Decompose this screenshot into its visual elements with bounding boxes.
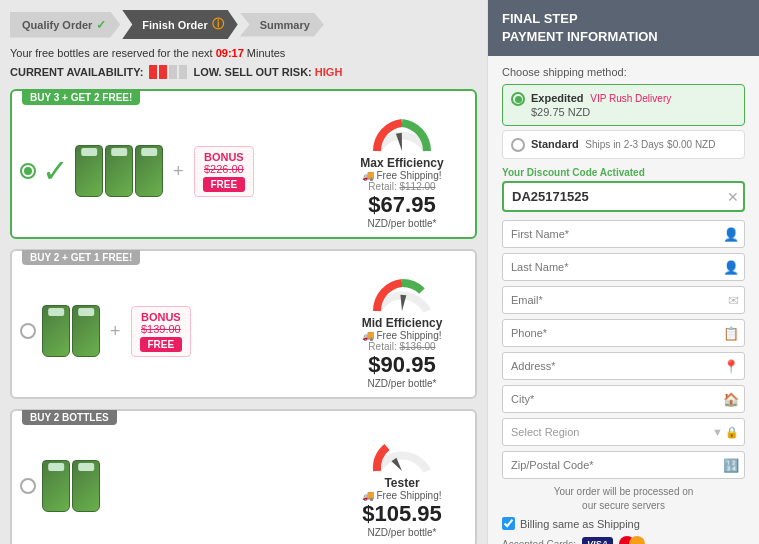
shipping-option-expedited[interactable]: Expedited VIP Rush Delivery $29.75 NZD bbox=[502, 84, 745, 126]
step-finish[interactable]: Finish Order ⓘ bbox=[122, 10, 237, 39]
visa-card: VISA bbox=[582, 537, 613, 544]
discount-input[interactable] bbox=[502, 181, 745, 212]
truck-icon-3: 🚚 bbox=[362, 490, 374, 501]
package-card-1[interactable]: BUY 3 + GET 2 FREE! ✓ + BONUS $226.00 FR… bbox=[10, 89, 477, 239]
step-qualify-label: Qualify Order bbox=[22, 19, 92, 31]
address-icon: 📍 bbox=[723, 359, 739, 374]
shipping-1: 🚚 Free Shipping! bbox=[337, 170, 467, 181]
last-name-input[interactable] bbox=[502, 253, 745, 281]
package-2-radio[interactable] bbox=[20, 323, 36, 339]
expedited-radio[interactable] bbox=[511, 92, 525, 106]
avail-block-3 bbox=[169, 65, 177, 79]
package-2-badge: BUY 2 + GET 1 FREE! bbox=[22, 250, 140, 265]
package-card-2[interactable]: BUY 2 + GET 1 FREE! + BONUS $139.00 FREE bbox=[10, 249, 477, 399]
expedited-price: $29.75 NZD bbox=[531, 106, 590, 118]
standard-radio[interactable] bbox=[511, 138, 525, 152]
address-input[interactable] bbox=[502, 352, 745, 380]
truck-icon-1: 🚚 bbox=[362, 170, 374, 181]
bonus-label-2: BONUS bbox=[140, 311, 183, 323]
speedometer-1 bbox=[367, 113, 437, 153]
phone-icon: 📋 bbox=[723, 326, 739, 341]
region-wrap: Select Region ▼ 🔒 bbox=[502, 418, 745, 446]
plus-1: + bbox=[169, 161, 188, 182]
first-name-input[interactable] bbox=[502, 220, 745, 248]
first-name-field: 👤 bbox=[502, 220, 745, 248]
bottles-group-3 bbox=[42, 460, 100, 512]
efficiency-1: Max Efficiency 🚚 Free Shipping! Retail: … bbox=[337, 113, 467, 229]
step-qualify-icon: ✓ bbox=[96, 18, 106, 32]
main-price-2: $90.95 bbox=[337, 352, 467, 378]
standard-name: Standard bbox=[531, 138, 579, 150]
phone-input[interactable] bbox=[502, 319, 745, 347]
main-price-3: $105.95 bbox=[337, 501, 467, 527]
chevron-down-icon: ▼ bbox=[712, 426, 723, 438]
bonus-box-1: BONUS $226.00 FREE bbox=[194, 146, 255, 197]
radio-inner-1 bbox=[24, 167, 32, 175]
shipping-2: 🚚 Free Shipping! bbox=[337, 330, 467, 341]
timer-prefix: Your free bottles are reserved for the n… bbox=[10, 47, 216, 59]
billing-check: Billing same as Shipping bbox=[502, 517, 745, 530]
bonus-price-1: $226.00 bbox=[203, 163, 246, 175]
svg-marker-2 bbox=[392, 458, 405, 473]
retail-2: Retail: $136.00 bbox=[337, 341, 467, 352]
shipping-method-label: Choose shipping method: bbox=[502, 66, 745, 78]
speedometer-3 bbox=[367, 433, 437, 473]
free-label-1: FREE bbox=[203, 177, 246, 192]
discount-label: Your Discount Code Activated bbox=[502, 167, 745, 178]
free-label-2: FREE bbox=[140, 337, 183, 352]
bottle-3b bbox=[72, 460, 100, 512]
zip-input[interactable] bbox=[502, 451, 745, 479]
bottle-2a bbox=[42, 305, 70, 357]
efficiency-title-3: Tester bbox=[337, 476, 467, 490]
expedited-name: Expedited bbox=[531, 92, 584, 104]
avail-bars bbox=[149, 65, 187, 79]
per-bottle-3: NZD/per bottle* bbox=[337, 527, 467, 538]
efficiency-2: Mid Efficiency 🚚 Free Shipping! Retail: … bbox=[337, 273, 467, 389]
main-price-1: $67.95 bbox=[337, 192, 467, 218]
avail-label: CURRENT AVAILABILITY: bbox=[10, 66, 143, 78]
standard-price: $0.00 NZD bbox=[667, 139, 715, 150]
email-field: ✉ bbox=[502, 286, 745, 314]
zip-field: 🔢 bbox=[502, 451, 745, 479]
retail-label-1: Retail: bbox=[368, 181, 396, 192]
bottle-1a bbox=[75, 145, 103, 197]
shipping-3: 🚚 Free Shipping! bbox=[337, 490, 467, 501]
shipping-text-2: Free Shipping! bbox=[376, 330, 441, 341]
step-summary-label: Summary bbox=[260, 19, 310, 31]
mc-right-circle bbox=[629, 536, 645, 544]
region-select[interactable]: Select Region bbox=[502, 418, 745, 446]
bottles-group-1 bbox=[75, 145, 163, 197]
bottle-2b bbox=[72, 305, 100, 357]
step-qualify[interactable]: Qualify Order ✓ bbox=[10, 12, 120, 38]
email-input[interactable] bbox=[502, 286, 745, 314]
discount-input-wrap: ✕ bbox=[502, 181, 745, 212]
right-title: FINAL STEP PAYMENT INFORMATION bbox=[502, 10, 745, 46]
shipping-text-1: Free Shipping! bbox=[376, 170, 441, 181]
city-input[interactable] bbox=[502, 385, 745, 413]
expedited-radio-inner bbox=[515, 96, 522, 103]
last-name-icon: 👤 bbox=[723, 260, 739, 275]
discount-clear-icon[interactable]: ✕ bbox=[727, 189, 739, 205]
package-1-radio[interactable] bbox=[20, 163, 36, 179]
shipping-text-3: Free Shipping! bbox=[376, 490, 441, 501]
timer-suffix: Minutes bbox=[244, 47, 286, 59]
timer-bar: Your free bottles are reserved for the n… bbox=[10, 47, 477, 59]
avail-block-2 bbox=[159, 65, 167, 79]
retail-price-1: $112.00 bbox=[399, 181, 435, 192]
shipping-option-standard[interactable]: Standard Ships in 2-3 Days $0.00 NZD bbox=[502, 130, 745, 159]
timer-time: 09:17 bbox=[216, 47, 244, 59]
step-summary[interactable]: Summary bbox=[240, 13, 324, 37]
efficiency-title-1: Max Efficiency bbox=[337, 156, 467, 170]
expedited-info: Expedited VIP Rush Delivery $29.75 NZD bbox=[531, 91, 736, 119]
standard-info: Standard Ships in 2-3 Days $0.00 NZD bbox=[531, 137, 736, 151]
per-bottle-1: NZD/per bottle* bbox=[337, 218, 467, 229]
package-card-3[interactable]: BUY 2 BOTTLES Tester 🚚 Free bbox=[10, 409, 477, 544]
bonus-price-2: $139.00 bbox=[140, 323, 183, 335]
billing-label: Billing same as Shipping bbox=[520, 518, 640, 530]
billing-checkbox[interactable] bbox=[502, 517, 515, 530]
retail-label-2: Retail: bbox=[368, 341, 396, 352]
address-field: 📍 bbox=[502, 352, 745, 380]
zip-icon: 🔢 bbox=[723, 458, 739, 473]
region-lock-icon: 🔒 bbox=[725, 426, 739, 439]
package-3-radio[interactable] bbox=[20, 478, 36, 494]
